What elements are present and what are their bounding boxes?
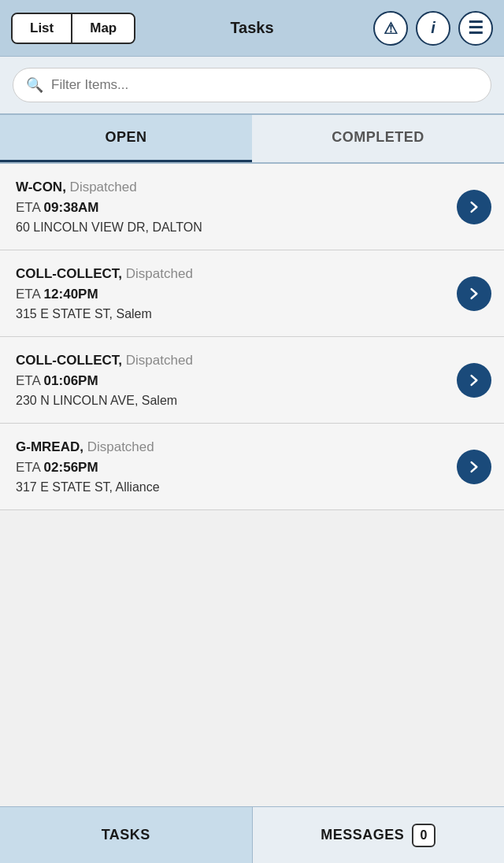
task-code-1: W-CON,: [16, 180, 66, 194]
task-info-1: W-CON, Dispatched ETA 09:38AM 60 LINCOLN…: [16, 180, 447, 235]
menu-icon: ☰: [468, 20, 484, 37]
alert-icon-button[interactable]: ⚠: [373, 11, 408, 46]
list-view-button[interactable]: List: [13, 14, 72, 43]
eta-label-1: ETA: [16, 200, 40, 215]
task-arrow-2[interactable]: [457, 276, 491, 311]
task-code-2: COLL-COLLECT,: [16, 266, 122, 281]
task-item-4: G-MREAD, Dispatched ETA 02:56PM 317 E ST…: [0, 424, 504, 510]
task-status-2: Dispatched: [126, 266, 193, 281]
messages-count: 0: [421, 828, 428, 843]
info-icon: i: [431, 19, 435, 37]
task-arrow-1[interactable]: [457, 190, 491, 224]
tab-completed[interactable]: COMPLETED: [252, 115, 504, 162]
task-list: W-CON, Dispatched ETA 09:38AM 60 LINCOLN…: [0, 164, 504, 806]
task-eta-2: ETA 12:40PM: [16, 287, 447, 302]
task-eta-3: ETA 01:06PM: [16, 373, 447, 389]
bottom-nav-tasks[interactable]: TASKS: [0, 807, 253, 863]
task-arrow-3[interactable]: [457, 363, 491, 398]
task-title-4: G-MREAD, Dispatched: [16, 439, 447, 455]
task-tabs: OPEN COMPLETED: [0, 113, 504, 164]
task-info-4: G-MREAD, Dispatched ETA 02:56PM 317 E ST…: [16, 439, 447, 494]
messages-nav-label: MESSAGES: [321, 827, 404, 843]
task-item-3: COLL-COLLECT, Dispatched ETA 01:06PM 230…: [0, 337, 504, 424]
eta-time-1: 09:38AM: [44, 200, 99, 215]
task-title-3: COLL-COLLECT, Dispatched: [16, 353, 447, 369]
task-eta-4: ETA 02:56PM: [16, 460, 447, 476]
task-status-3: Dispatched: [126, 353, 193, 368]
eta-label-2: ETA: [16, 287, 40, 302]
task-address-1: 60 LINCOLN VIEW DR, DALTON: [16, 220, 447, 235]
view-toggle[interactable]: List Map: [11, 13, 135, 44]
menu-icon-button[interactable]: ☰: [458, 11, 493, 46]
task-title-1: W-CON, Dispatched: [16, 180, 447, 195]
bottom-nav-messages[interactable]: MESSAGES 0: [253, 807, 505, 863]
task-address-2: 315 E STATE ST, Salem: [16, 307, 447, 321]
task-status-1: Dispatched: [70, 180, 137, 194]
task-info-2: COLL-COLLECT, Dispatched ETA 12:40PM 315…: [16, 266, 447, 321]
task-status-4: Dispatched: [87, 439, 154, 454]
task-eta-1: ETA 09:38AM: [16, 200, 447, 216]
search-icon: 🔍: [26, 76, 43, 94]
header-icons: ⚠ i ☰: [373, 11, 493, 46]
app-header: List Map Tasks ⚠ i ☰: [0, 0, 504, 57]
search-input[interactable]: [51, 77, 478, 93]
bottom-nav: TASKS MESSAGES 0: [0, 806, 504, 863]
task-title-2: COLL-COLLECT, Dispatched: [16, 266, 447, 282]
eta-time-2: 12:40PM: [44, 287, 98, 302]
map-view-button[interactable]: Map: [72, 14, 134, 43]
alert-icon: ⚠: [384, 19, 398, 38]
tasks-nav-label: TASKS: [102, 827, 150, 843]
task-code-3: COLL-COLLECT,: [16, 353, 122, 368]
search-bar[interactable]: 🔍: [13, 68, 491, 102]
messages-badge: 0: [412, 824, 435, 847]
eta-label-4: ETA: [16, 460, 40, 475]
eta-time-3: 01:06PM: [44, 373, 98, 388]
task-item-1: W-CON, Dispatched ETA 09:38AM 60 LINCOLN…: [0, 164, 504, 250]
task-item-2: COLL-COLLECT, Dispatched ETA 12:40PM 315…: [0, 250, 504, 337]
page-title: Tasks: [230, 19, 273, 37]
task-info-3: COLL-COLLECT, Dispatched ETA 01:06PM 230…: [16, 353, 447, 408]
task-address-4: 317 E STATE ST, Alliance: [16, 480, 447, 494]
task-address-3: 230 N LINCOLN AVE, Salem: [16, 394, 447, 408]
task-code-4: G-MREAD,: [16, 439, 83, 454]
task-arrow-4[interactable]: [457, 450, 491, 484]
search-container: 🔍: [0, 57, 504, 113]
info-icon-button[interactable]: i: [416, 11, 450, 46]
eta-label-3: ETA: [16, 373, 40, 388]
tab-open[interactable]: OPEN: [0, 115, 252, 162]
eta-time-4: 02:56PM: [44, 460, 98, 475]
